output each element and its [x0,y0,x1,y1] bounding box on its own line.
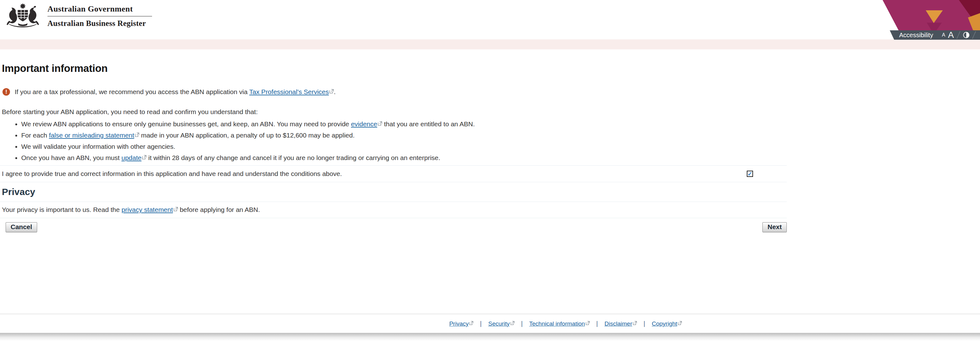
main-content: Important information ! If you are a tax… [0,62,787,232]
bullet-text: We will validate your information with o… [21,143,175,150]
logo-divider [48,16,152,17]
external-link-icon [329,89,334,93]
privacy-text: Your privacy is important to us. Read th… [0,202,787,218]
tax-professionals-services-link[interactable]: Tax Professional's Services [249,88,329,95]
section-divider [0,182,787,182]
logo-text: Australian Government Australian Busines… [48,4,152,28]
external-link-icon [378,121,382,126]
list-item: We will validate your information with o… [21,143,787,150]
subheader-strip [0,39,980,50]
footer-privacy-link[interactable]: Privacy [449,320,469,327]
external-link-icon [142,155,146,160]
external-link-icon [633,321,637,325]
bullet-text: For each [21,132,49,139]
agreement-text: I agree to provide true and correct info… [2,170,342,177]
increase-font-button[interactable]: A [948,30,954,39]
bullet-text: Once you have an ABN, you must [21,154,121,161]
external-link-icon [135,133,139,137]
cancel-button[interactable]: Cancel [6,222,37,232]
list-item: We review ABN applications to ensure onl… [21,120,787,128]
page: Australian Government Australian Busines… [0,0,980,361]
update-link[interactable]: update [121,154,142,161]
false-misleading-statement-link[interactable]: false or misleading statement [49,132,134,139]
bullet-text: it within 28 days of any change and canc… [146,154,440,161]
accessibility-divider [956,31,960,39]
agreement-row: I agree to provide true and correct info… [0,166,787,182]
warning-text: If you are a tax professional, we recomm… [15,88,336,96]
section-divider [0,218,787,218]
bullet-text: We review ABN applications to ensure onl… [21,120,351,128]
header-decoration: Accessibility A A [880,0,980,40]
privacy-statement-link[interactable]: privacy statement [121,206,173,213]
next-button[interactable]: Next [762,222,787,232]
external-link-icon [678,321,682,325]
privacy-heading: Privacy [2,187,787,197]
bullet-text: made in your ABN application, a penalty … [139,132,355,139]
footer-technical-information-link[interactable]: Technical information [529,320,585,327]
list-item: Once you have an ABN, you must update it… [21,154,787,161]
footer-security-link[interactable]: Security [488,320,510,327]
warning-text-pre: If you are a tax professional, we recomm… [15,88,249,95]
agreement-checkbox[interactable]: ✓ [747,171,753,177]
conditions-list: We review ABN applications to ensure onl… [0,120,787,161]
action-buttons: Cancel Next [0,222,787,232]
warning-icon: ! [3,88,10,96]
abr-logo[interactable]: Australian Government Australian Busines… [4,3,152,29]
decrease-font-button[interactable]: A [942,32,945,38]
footer-links: Privacy | Security | Technical informati… [76,314,980,331]
footer-separator: | [596,320,598,327]
footer-disclaimer-link[interactable]: Disclaimer [605,320,632,327]
contrast-toggle-icon[interactable] [963,32,969,38]
coat-of-arms-icon [4,3,41,29]
accessibility-divider [972,31,976,39]
privacy-text-post: before applying for an ABN. [178,206,260,213]
external-link-icon [586,321,590,325]
footer-separator: | [643,320,645,327]
list-item: For each false or misleading statement m… [21,132,787,139]
footer-separator: | [480,320,482,327]
accessibility-link[interactable]: Accessibility [899,32,933,39]
gov-title: Australian Government [48,4,152,14]
footer: Privacy | Security | Technical informati… [0,314,980,341]
register-title: Australian Business Register [48,19,152,28]
privacy-text-pre: Your privacy is important to us. Read th… [2,206,121,213]
page-title: Important information [2,62,787,74]
footer-gradient-bar [0,333,980,341]
intro-text: Before starting your ABN application, yo… [2,108,787,116]
bullet-text: that you are entitled to an ABN. [382,120,475,128]
warning-text-post: . [334,88,336,95]
evidence-link[interactable]: evidence [351,120,377,128]
footer-separator: | [521,320,523,327]
warning-message: ! If you are a tax professional, we reco… [3,88,787,96]
accessibility-bar: Accessibility A A [890,30,980,40]
external-link-icon [469,321,473,325]
external-link-icon [511,321,514,325]
external-link-icon [173,207,178,211]
footer-copyright-link[interactable]: Copyright [652,320,677,327]
header: Australian Government Australian Busines… [0,0,980,39]
